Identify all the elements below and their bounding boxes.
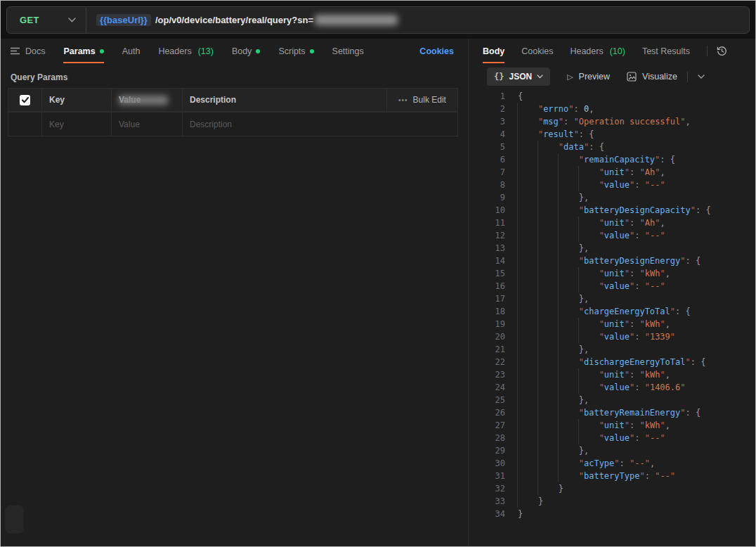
tab-label: Params [63,46,95,56]
app-window: GET {{baseUrl}} /op/v0/device/battery/re… [0,0,756,547]
redacted-query-value [315,15,398,25]
code-line: "batteryType": "--" [518,470,711,482]
response-panel: BodyCookiesHeaders(10)Test Results {} JS… [469,39,755,546]
query-params-title: Query Params [11,72,468,82]
method-label: GET [20,15,39,25]
url-path-text: /op/v0/device/battery/real/query?sn= [155,15,313,25]
history-clock-icon[interactable] [716,45,728,57]
tab-label: Auth [122,46,141,56]
tab-count-badge: (10) [610,46,625,56]
unsaved-dot-indicator [100,49,104,53]
visualize-options-chevron[interactable] [698,75,705,79]
url-input[interactable]: {{baseUrl}} /op/v0/device/battery/real/q… [86,7,749,33]
line-number: 13 [469,242,505,255]
line-number: 21 [469,343,505,356]
code-line: } [518,495,711,508]
column-header-key: Key [42,89,112,111]
code-line: "chargeEnergyToTal": { [518,305,711,318]
bulk-edit-button[interactable]: ••• Bulk Edit [386,89,457,111]
line-number: 4 [469,128,505,141]
response-tab-headers[interactable]: Headers(10) [570,39,625,63]
line-number: 26 [469,406,505,419]
unsaved-dot-indicator [256,49,260,53]
line-number: 28 [469,432,505,444]
request-tab-body[interactable]: Body [232,39,261,63]
line-number: 11 [469,217,505,229]
request-tab-docs[interactable]: Docs [11,39,45,63]
request-tab-auth[interactable]: Auth [122,39,141,63]
new-param-value-input[interactable]: Value [112,112,183,136]
preview-button[interactable]: ▷ Preview [567,72,610,82]
line-number: 9 [469,191,505,204]
request-tabs: DocsParamsAuthHeaders(13)BodyScriptsSett… [1,39,468,63]
request-panel: DocsParamsAuthHeaders(13)BodyScriptsSett… [1,39,469,546]
line-number: 17 [469,292,505,305]
request-tab-scripts[interactable]: Scripts [278,39,313,63]
cookies-link[interactable]: Cookies [419,46,454,56]
response-tab-body[interactable]: Body [483,39,504,63]
code-line: "unit": "kWh", [518,267,711,280]
empty-checkbox-cell [8,112,42,136]
request-tab-params[interactable]: Params [63,39,103,63]
preview-label: Preview [579,72,610,82]
tab-count-badge: (13) [198,46,214,56]
new-param-key-input[interactable]: Key [42,112,112,136]
column-header-description: Description [183,89,386,111]
code-line: "result": { [518,128,711,141]
code-line: "batteryRemainEnergy": { [518,406,711,419]
line-number: 20 [469,330,505,343]
select-all-cell [8,89,42,111]
baseurl-variable-chip[interactable]: {{baseUrl}} [96,14,151,26]
new-param-description-input[interactable]: Description [183,112,457,136]
code-line: "value": "--" [518,280,711,292]
line-number: 3 [469,115,505,128]
image-icon [627,72,637,82]
code-line: }, [518,343,711,356]
code-line: "unit": "Ah", [518,166,711,179]
floating-panel-ghost [5,506,24,534]
code-line: "msg": "Operation successful", [518,115,711,128]
line-number: 19 [469,318,505,330]
code-line: "unit": "kWh", [518,419,711,432]
code-line: } [518,508,711,520]
code-line: { [518,90,711,103]
redacted-param-value [119,96,168,105]
code-line: "unit": "kWh", [518,318,711,330]
line-number: 6 [469,153,505,166]
request-bar: GET {{baseUrl}} /op/v0/device/battery/re… [6,6,750,34]
response-tab-cookies[interactable]: Cookies [521,39,553,63]
tab-label: Cookies [521,46,553,56]
more-dots-icon: ••• [398,96,408,104]
method-dropdown[interactable]: GET [7,7,86,33]
line-number: 14 [469,255,505,267]
bulk-edit-label: Bulk Edit [413,95,446,105]
query-params-table: Key Value Description ••• Bulk Edit sn [8,88,458,136]
request-tab-settings[interactable]: Settings [332,39,364,63]
line-number: 2 [469,103,505,115]
code-line: }, [518,292,711,305]
visualize-button[interactable]: Visualize [627,72,677,82]
response-format-dropdown[interactable]: {} JSON [487,67,550,86]
format-label: JSON [509,72,532,82]
line-number: 5 [469,141,505,153]
request-header: GET {{baseUrl}} /op/v0/device/battery/re… [1,1,755,39]
line-number: 29 [469,444,505,457]
tab-label: Body [232,46,252,56]
code-line: "unit": "kWh", [518,368,711,381]
select-all-checkbox[interactable] [20,95,30,105]
request-tab-headers[interactable]: Headers(13) [158,39,213,63]
divider [707,46,708,56]
tab-label: Headers [158,46,191,56]
line-number: 24 [469,381,505,394]
line-number: 23 [469,368,505,381]
docs-list-icon [11,47,20,55]
tab-label: Scripts [278,46,305,56]
code-line: "value": "--" [518,432,711,444]
line-number: 31 [469,470,505,482]
divider [687,72,688,82]
line-number: 10 [469,204,505,217]
response-tab-test-results[interactable]: Test Results [642,39,690,63]
param-row-empty: Key Value Description [8,112,457,136]
code-line: "data": { [518,141,711,153]
code-line: "value": "--" [518,179,711,191]
